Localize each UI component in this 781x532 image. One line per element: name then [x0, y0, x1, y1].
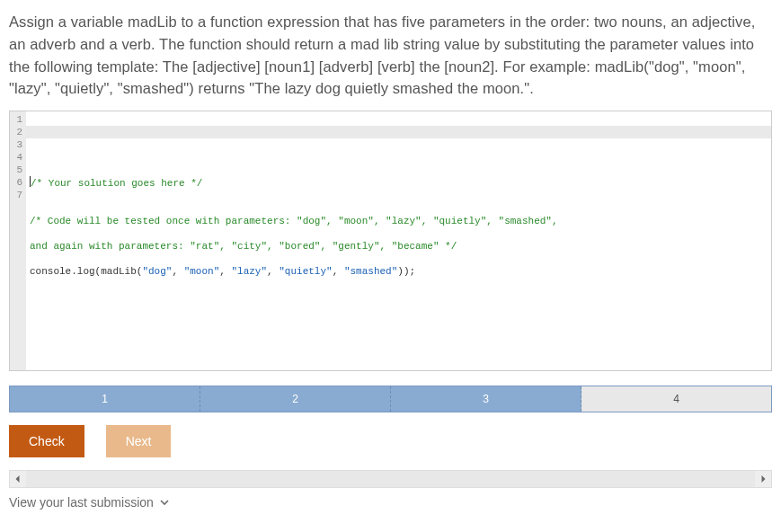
- scroll-left-arrow-icon[interactable]: [10, 471, 26, 487]
- line-number: 2: [12, 126, 22, 138]
- scroll-right-arrow-icon[interactable]: [755, 471, 771, 487]
- view-last-submission-label: View your last submission: [9, 495, 154, 510]
- line-number: 3: [12, 138, 22, 151]
- step-progress-bar: 1 2 3 4: [9, 386, 772, 412]
- question-prompt: Assign a variable madLib to a function e…: [9, 11, 772, 100]
- step-1[interactable]: 1: [10, 386, 200, 412]
- view-last-submission-link[interactable]: View your last submission: [9, 495, 170, 510]
- next-button[interactable]: Next: [106, 425, 172, 457]
- button-row: Check Next: [9, 425, 772, 457]
- code-line[interactable]: /* Your solution goes here */: [30, 176, 768, 190]
- code-line[interactable]: console.log(madLib("dog", "moon", "lazy"…: [30, 265, 768, 278]
- horizontal-scrollbar[interactable]: [9, 470, 772, 488]
- active-line-highlight: [26, 126, 771, 138]
- line-number: 4: [12, 151, 22, 164]
- code-line[interactable]: and again with parameters: "rat", "city"…: [30, 240, 768, 253]
- line-number: 5: [12, 164, 22, 176]
- line-number: 6: [12, 176, 22, 189]
- scrollbar-track[interactable]: [26, 471, 755, 487]
- line-number: 1: [12, 113, 22, 126]
- step-4[interactable]: 4: [581, 386, 771, 412]
- code-line[interactable]: /* Code will be tested once with paramet…: [30, 215, 768, 227]
- chevron-down-icon: [159, 497, 170, 508]
- check-button[interactable]: Check: [9, 425, 84, 457]
- step-2[interactable]: 2: [200, 386, 391, 412]
- line-number-gutter: 1 2 3 4 5 6 7: [10, 111, 26, 370]
- code-editor[interactable]: 1 2 3 4 5 6 7 /* Your solution goes here…: [9, 111, 772, 371]
- line-number: 7: [12, 189, 22, 201]
- code-area[interactable]: /* Your solution goes here */ /* Code wi…: [26, 111, 771, 370]
- step-3[interactable]: 3: [391, 386, 581, 412]
